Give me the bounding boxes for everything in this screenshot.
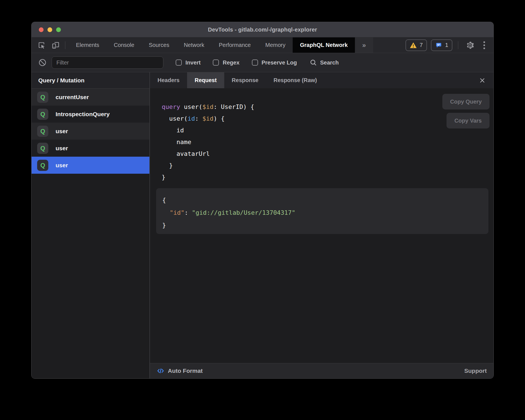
main-area: Query / Mutation QcurrentUserQIntrospect… [32, 72, 493, 378]
code-line: avatarUrl [162, 148, 254, 160]
query-type-badge: Q [37, 126, 48, 137]
code-line: } [162, 219, 488, 232]
filter-bar: InvertRegexPreserve Log Search [32, 53, 493, 72]
devtools-tab-memory[interactable]: Memory [258, 37, 293, 53]
filter-checkboxes: InvertRegexPreserve Log [163, 59, 297, 66]
code-line: } [162, 160, 254, 171]
message-bubble-icon [435, 42, 442, 49]
copy-buttons: Copy Query Copy Vars [442, 94, 490, 128]
regex-checkbox-box[interactable] [213, 59, 219, 66]
checkbox-regex[interactable]: Regex [213, 59, 239, 66]
query-item-label: user [56, 162, 68, 169]
kebab-menu-icon[interactable] [480, 41, 488, 49]
code-line: } [162, 171, 254, 183]
devtools-tab-graphql-network[interactable]: GraphQL Network [293, 37, 355, 53]
preserve-log-checkbox-label: Preserve Log [262, 59, 297, 66]
query-list-item-user-3[interactable]: Quser [32, 140, 149, 157]
detail-panel: HeadersRequestResponseResponse (Raw) que… [150, 72, 493, 378]
devtools-tab-elements[interactable]: Elements [69, 37, 106, 53]
checkbox-preserve-log[interactable]: Preserve Log [252, 59, 297, 66]
filter-input[interactable] [52, 56, 163, 69]
query-item-label: user [56, 145, 68, 152]
search-icon [310, 59, 317, 66]
code-line: user(id: $id) { [162, 113, 254, 125]
minimize-window-button[interactable] [47, 27, 52, 32]
panel-tab-response[interactable]: Response [224, 72, 266, 88]
regex-checkbox-label: Regex [223, 59, 239, 66]
inspect-element-icon[interactable] [35, 40, 48, 51]
devtools-tab-console[interactable]: Console [106, 37, 141, 53]
code-line: "id": "gid://gitlab/User/13704317" [162, 206, 488, 219]
query-type-badge: Q [37, 92, 48, 103]
window-title: DevTools - gitlab.com/-/graphql-explorer [208, 27, 317, 33]
search-control[interactable]: Search [310, 59, 339, 66]
code-line: id [162, 125, 254, 136]
query-item-label: user [56, 128, 68, 135]
graphql-query-code: query user($id: UserID) { user(id: $id) … [162, 101, 254, 183]
toolbar-separator [65, 41, 65, 49]
panel-tab-strip: HeadersRequestResponseResponse (Raw) [150, 72, 493, 88]
panel-tab-request[interactable]: Request [187, 72, 224, 88]
devtools-tab-network[interactable]: Network [176, 37, 211, 53]
search-label: Search [320, 59, 339, 66]
close-panel-icon[interactable] [477, 75, 487, 85]
code-line: query user($id: UserID) { [162, 101, 254, 113]
query-type-badge: Q [37, 160, 48, 171]
checkbox-invert[interactable]: Invert [176, 59, 201, 66]
query-list-item-user-4[interactable]: Quser [32, 157, 149, 174]
more-tabs-button[interactable]: » [355, 37, 373, 53]
query-list: QcurrentUserQIntrospectionQueryQuserQuse… [32, 89, 149, 378]
code-line: name [162, 136, 254, 148]
traffic-lights [39, 22, 61, 37]
toolbar-right-icons: 7 1 [405, 37, 493, 53]
auto-format-label: Auto Format [168, 367, 203, 374]
query-item-label: currentUser [56, 94, 89, 101]
issues-badge[interactable]: 1 [431, 39, 452, 51]
query-list-item-currentuser-0[interactable]: QcurrentUser [32, 89, 149, 106]
sidebar-header: Query / Mutation [32, 72, 149, 89]
settings-gear-icon[interactable] [464, 40, 476, 51]
panel-footer: Auto Format Support [150, 363, 493, 378]
devtools-tab-sources[interactable]: Sources [142, 37, 176, 53]
variables-box: { "id": "gid://gitlab/User/13704317"} [156, 188, 488, 234]
devtools-window: DevTools - gitlab.com/-/graphql-explorer… [31, 22, 494, 379]
query-sidebar: Query / Mutation QcurrentUserQIntrospect… [32, 72, 150, 378]
warning-count: 7 [420, 42, 423, 48]
panel-tab-response-raw[interactable]: Response (Raw) [266, 72, 324, 88]
query-list-item-introspectionquery-1[interactable]: QIntrospectionQuery [32, 106, 149, 123]
toolbar-left-icons [32, 37, 69, 53]
preserve-log-checkbox-box[interactable] [252, 59, 258, 66]
copy-vars-button[interactable]: Copy Vars [447, 113, 490, 128]
devtools-toolbar: ElementsConsoleSourcesNetworkPerformance… [32, 37, 493, 53]
query-item-label: IntrospectionQuery [56, 111, 110, 118]
issues-count: 1 [445, 42, 448, 48]
devtools-tab-strip: ElementsConsoleSourcesNetworkPerformance… [69, 37, 355, 53]
query-list-item-user-2[interactable]: Quser [32, 123, 149, 140]
warnings-badge[interactable]: 7 [405, 39, 427, 51]
query-type-badge: Q [37, 143, 48, 154]
variables-json: { "id": "gid://gitlab/User/13704317"} [162, 194, 488, 232]
code-line: { [162, 194, 488, 206]
devtools-tab-performance[interactable]: Performance [212, 37, 258, 53]
copy-query-button[interactable]: Copy Query [442, 94, 490, 109]
query-type-badge: Q [37, 109, 48, 120]
request-view: query user($id: UserID) { user(id: $id) … [150, 88, 493, 363]
invert-checkbox-label: Invert [185, 59, 201, 66]
warning-triangle-icon [410, 42, 417, 49]
panel-tab-headers[interactable]: Headers [150, 72, 187, 88]
auto-format-button[interactable]: Auto Format [157, 367, 203, 375]
code-brackets-icon [157, 367, 164, 375]
toolbar-separator [458, 41, 458, 49]
titlebar: DevTools - gitlab.com/-/graphql-explorer [32, 22, 493, 37]
close-window-button[interactable] [39, 27, 44, 32]
invert-checkbox-box[interactable] [176, 59, 182, 66]
clear-block-icon[interactable] [38, 58, 47, 67]
zoom-window-button[interactable] [56, 27, 61, 32]
device-toolbar-icon[interactable] [49, 40, 62, 51]
support-link[interactable]: Support [464, 367, 487, 374]
